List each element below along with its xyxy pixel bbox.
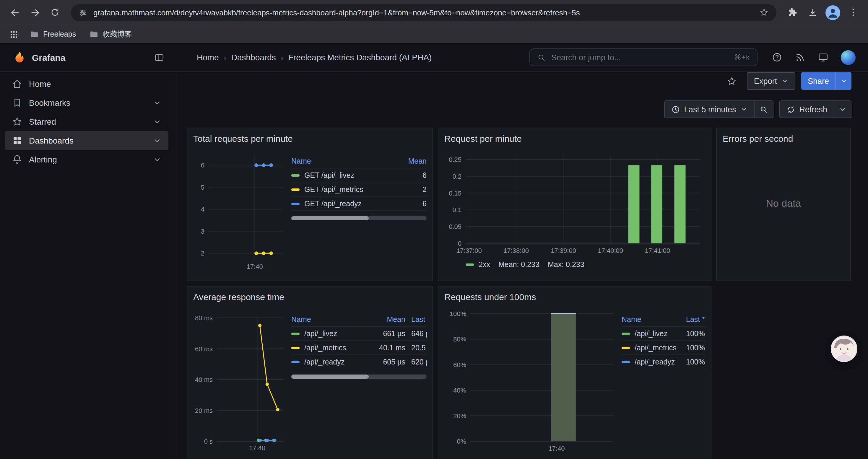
refresh-button[interactable]: Refresh [779, 100, 834, 118]
apps-grid-icon[interactable] [6, 27, 21, 42]
series-max: Max: 0.233 [548, 261, 584, 269]
scrollbar-thumb[interactable] [291, 216, 368, 220]
brand-name[interactable]: Grafana [32, 52, 65, 62]
legend-col-last[interactable]: Last * [678, 315, 705, 323]
share-button[interactable]: Share [801, 72, 836, 90]
bookmark-folder-freeleaps[interactable]: Freeleaps [25, 28, 81, 41]
breadcrumb-separator: › [224, 52, 226, 62]
series-mean: 40.1 ms [371, 343, 405, 352]
downloads-icon[interactable] [804, 4, 821, 21]
grafana-app: Grafana Home › Dashboards › Freeleaps Me… [0, 43, 868, 459]
chevron-down-icon[interactable] [153, 99, 161, 107]
series-toggle[interactable]: /api/_readyz [291, 358, 371, 366]
clock-icon [671, 105, 680, 114]
legend-scrollbar[interactable] [291, 374, 427, 379]
chevron-down-icon[interactable] [153, 118, 161, 126]
export-button[interactable]: Export [747, 72, 795, 90]
user-avatar[interactable] [841, 50, 856, 65]
dashboards-grid-icon [12, 135, 23, 146]
search-input[interactable]: Search or jump to... ⌘+k [529, 48, 757, 66]
breadcrumb-home[interactable]: Home [197, 53, 219, 62]
series-toggle[interactable]: GET /api/_readyz [291, 199, 396, 208]
series-toggle[interactable]: /api/_readyz [622, 358, 678, 366]
zoom-out-button[interactable] [754, 100, 773, 118]
site-info-icon[interactable] [79, 8, 88, 17]
svg-text:17:40: 17:40 [249, 444, 265, 452]
url-bar[interactable]: grafana.mathmast.com/d/deytv4rwavabkb/fr… [71, 4, 776, 21]
sidebar-item-alerting[interactable]: Alerting [5, 150, 168, 169]
svg-text:0%: 0% [457, 438, 466, 445]
legend-inline: 2xx Mean: 0.233 Max: 0.233 [466, 261, 705, 269]
legend-col-mean[interactable]: Mean [396, 157, 427, 165]
panel-title[interactable]: Request per minute [444, 132, 705, 146]
panel-row-2: Average response time 80 ms60 ms40 ms20 … [187, 286, 851, 459]
legend-scrollbar[interactable] [291, 216, 427, 220]
grafana-logo-icon[interactable] [13, 51, 26, 64]
series-name: /api/_metrics [634, 343, 677, 352]
legend-table: Name Mean GET /api/_livez 6 [291, 154, 427, 271]
svg-text:17:40: 17:40 [548, 445, 565, 452]
legend-header: Name Last * [622, 313, 705, 327]
news-rss-icon[interactable] [795, 52, 805, 63]
series-last: 20.5 ms [411, 343, 427, 352]
bookmark-folder-blogs[interactable]: 收藏博客 [84, 28, 137, 41]
svg-text:0: 0 [458, 240, 462, 247]
time-range-picker[interactable]: Last 5 minutes [664, 100, 754, 118]
back-button[interactable] [6, 4, 24, 21]
legend-col-name[interactable]: Name [291, 157, 396, 165]
legend-col-mean[interactable]: Mean [371, 315, 405, 323]
panel-title[interactable]: Requests under 100ms [444, 290, 705, 304]
series-toggle[interactable]: /api/_metrics [622, 343, 678, 352]
sidebar-item-home[interactable]: Home [5, 74, 168, 93]
assistant-avatar[interactable] [832, 337, 856, 361]
forward-button[interactable] [26, 4, 44, 21]
svg-text:40%: 40% [453, 387, 466, 394]
legend-col-last[interactable]: Last * [411, 315, 427, 323]
series-name: /api/_livez [304, 329, 337, 338]
browser-profile-avatar[interactable] [826, 5, 840, 20]
browser-menu-icon[interactable] [844, 4, 862, 21]
extensions-icon[interactable] [783, 4, 801, 21]
panel-title[interactable]: Errors per second [723, 132, 844, 146]
legend-col-name[interactable]: Name [622, 315, 678, 323]
dashboard-toolbar: Export Share [177, 72, 868, 90]
series-toggle[interactable]: /api/_metrics [291, 343, 371, 352]
series-toggle[interactable]: GET /api/_livez [291, 171, 396, 179]
breadcrumb-dashboards[interactable]: Dashboards [231, 53, 276, 62]
bookmark-star-icon[interactable] [759, 8, 769, 17]
series-toggle[interactable]: 2xx [466, 261, 490, 269]
breadcrumb-separator: › [281, 52, 284, 62]
series-toggle[interactable]: /api/_livez [291, 329, 371, 338]
refresh-interval-button[interactable] [834, 100, 851, 118]
sidebar-item-bookmarks[interactable]: Bookmarks [5, 93, 168, 112]
series-marker [291, 361, 300, 363]
svg-text:0.25: 0.25 [449, 156, 462, 163]
refresh-group: Refresh [779, 100, 851, 118]
svg-text:17:40: 17:40 [247, 263, 263, 270]
sidebar-item-dashboards[interactable]: Dashboards [5, 131, 168, 150]
sidebar-collapse-button[interactable] [154, 52, 164, 62]
chevron-down-icon[interactable] [153, 136, 161, 145]
app-body: Home Bookmarks Starred [0, 72, 868, 459]
share-menu-button[interactable] [836, 72, 851, 90]
svg-text:100%: 100% [450, 310, 466, 318]
chevron-down-icon[interactable] [153, 155, 161, 164]
svg-text:60 ms: 60 ms [195, 345, 213, 353]
series-last: 620 µs [411, 358, 427, 366]
scrollbar-thumb[interactable] [291, 374, 368, 379]
series-toggle[interactable]: /api/_livez [622, 329, 678, 338]
kiosk-monitor-icon[interactable] [818, 52, 829, 63]
series-mean: 661 µs [371, 329, 405, 338]
favorite-star-button[interactable] [723, 72, 741, 90]
series-toggle[interactable]: GET /api/_metrics [291, 185, 396, 193]
panel-title[interactable]: Total requests per minute [193, 132, 427, 146]
help-icon[interactable] [772, 52, 782, 63]
series-mean: 2 [396, 185, 427, 193]
panel-title[interactable]: Average response time [193, 290, 427, 304]
request-per-minute-chart: 0.250.20.150.10.05017:37:0017:38:0017:39… [444, 146, 706, 257]
search-icon [537, 53, 546, 62]
reload-button[interactable] [46, 4, 64, 21]
legend-col-name[interactable]: Name [291, 315, 371, 323]
sidebar-item-starred[interactable]: Starred [5, 112, 168, 131]
sidebar: Home Bookmarks Starred [0, 72, 177, 459]
